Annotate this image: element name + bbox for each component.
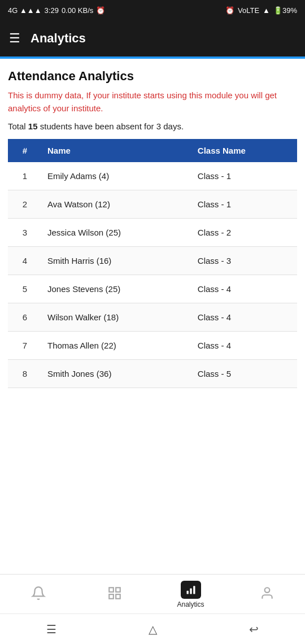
cell-name: Smith Harris (16) <box>42 247 192 275</box>
nav-notifications[interactable] <box>0 586 76 604</box>
table-row: 3 Jessica Wilson (25) Class - 2 <box>8 219 297 247</box>
table-row: 8 Smith Jones (36) Class - 5 <box>8 360 297 388</box>
analytics-icon-box <box>181 581 201 599</box>
nav-dashboard[interactable] <box>76 586 152 604</box>
app-title: Analytics <box>30 31 86 46</box>
app-bar: ☰ Analytics <box>0 20 305 56</box>
cell-number: 1 <box>8 162 42 190</box>
bottom-nav: Analytics <box>0 574 305 613</box>
status-right: ⏰ VoLTE ▲ 🔋39% <box>225 6 297 15</box>
cell-number: 6 <box>8 303 42 332</box>
table-row: 6 Wilson Walker (18) Class - 4 <box>8 303 297 332</box>
svg-rect-6 <box>193 586 195 594</box>
col-header-class: Class Name <box>192 139 297 162</box>
table-row: 4 Smith Harris (16) Class - 3 <box>8 247 297 275</box>
main-content: Attendance Analytics This is dummy data,… <box>0 59 305 574</box>
cell-name: Jones Stevens (25) <box>42 275 192 303</box>
analytics-nav-label: Analytics <box>177 601 204 608</box>
table-header-row: # Name Class Name <box>8 139 297 162</box>
clock-icon: ⏰ <box>96 6 105 15</box>
svg-point-7 <box>264 588 269 593</box>
cell-name: Emily Adams (4) <box>42 162 192 190</box>
grid-icon <box>107 586 122 604</box>
status-left: 4G ▲▲▲ 3:29 0.00 KB/s ⏰ <box>8 6 105 15</box>
status-bar: 4G ▲▲▲ 3:29 0.00 KB/s ⏰ ⏰ VoLTE ▲ 🔋39% <box>0 0 305 20</box>
summary-text: Total 15 students have been absent for 3… <box>8 121 297 131</box>
summary-suffix: students have been absent for 3 days. <box>38 121 184 131</box>
table-row: 1 Emily Adams (4) Class - 1 <box>8 162 297 190</box>
volte-icon: VoLTE <box>238 6 259 15</box>
system-menu-icon[interactable]: ☰ <box>46 623 56 636</box>
battery-icon: 🔋39% <box>273 6 297 15</box>
cell-number: 5 <box>8 275 42 303</box>
cell-class: Class - 4 <box>192 332 297 360</box>
summary-count: 15 <box>28 121 38 131</box>
cell-number: 4 <box>8 247 42 275</box>
system-nav: ☰ △ ↩ <box>0 613 305 644</box>
cell-number: 7 <box>8 332 42 360</box>
cell-number: 8 <box>8 360 42 388</box>
cell-name: Smith Jones (36) <box>42 360 192 388</box>
svg-rect-5 <box>190 589 191 594</box>
cell-class: Class - 2 <box>192 219 297 247</box>
profile-icon <box>260 586 274 604</box>
summary-prefix: Total <box>8 121 28 131</box>
cell-class: Class - 5 <box>192 360 297 388</box>
svg-rect-1 <box>116 588 120 592</box>
col-header-name: Name <box>42 139 192 162</box>
signal-icon: 4G ▲▲▲ <box>8 6 42 15</box>
cell-name: Ava Watson (12) <box>42 190 192 219</box>
cell-name: Thomas Allen (22) <box>42 332 192 360</box>
svg-rect-0 <box>109 588 114 592</box>
attendance-table: # Name Class Name 1 Emily Adams (4) Clas… <box>8 139 297 388</box>
svg-rect-3 <box>116 594 120 599</box>
cell-class: Class - 3 <box>192 247 297 275</box>
wifi-icon: ▲ <box>263 6 270 15</box>
cell-class: Class - 4 <box>192 275 297 303</box>
cell-class: Class - 1 <box>192 162 297 190</box>
table-row: 5 Jones Stevens (25) Class - 4 <box>8 275 297 303</box>
cell-number: 2 <box>8 190 42 219</box>
nav-profile[interactable] <box>229 586 305 604</box>
cell-class: Class - 4 <box>192 303 297 332</box>
svg-rect-4 <box>186 591 188 594</box>
cell-name: Wilson Walker (18) <box>42 303 192 332</box>
nav-analytics[interactable]: Analytics <box>152 581 229 608</box>
cell-name: Jessica Wilson (25) <box>42 219 192 247</box>
bell-icon <box>31 586 46 604</box>
alarm-icon: ⏰ <box>225 6 234 15</box>
system-home-icon[interactable]: △ <box>149 623 157 636</box>
svg-rect-2 <box>109 594 114 599</box>
cell-class: Class - 1 <box>192 190 297 219</box>
data-speed: 0.00 KB/s <box>62 6 93 15</box>
page-title: Attendance Analytics <box>8 69 297 84</box>
cell-number: 3 <box>8 219 42 247</box>
table-row: 2 Ava Watson (12) Class - 1 <box>8 190 297 219</box>
menu-icon[interactable]: ☰ <box>9 31 20 46</box>
col-header-number: # <box>8 139 42 162</box>
system-back-icon[interactable]: ↩ <box>249 623 259 636</box>
table-row: 7 Thomas Allen (22) Class - 4 <box>8 332 297 360</box>
dummy-notice: This is dummy data, If your institute st… <box>8 89 297 115</box>
time: 3:29 <box>45 6 59 15</box>
